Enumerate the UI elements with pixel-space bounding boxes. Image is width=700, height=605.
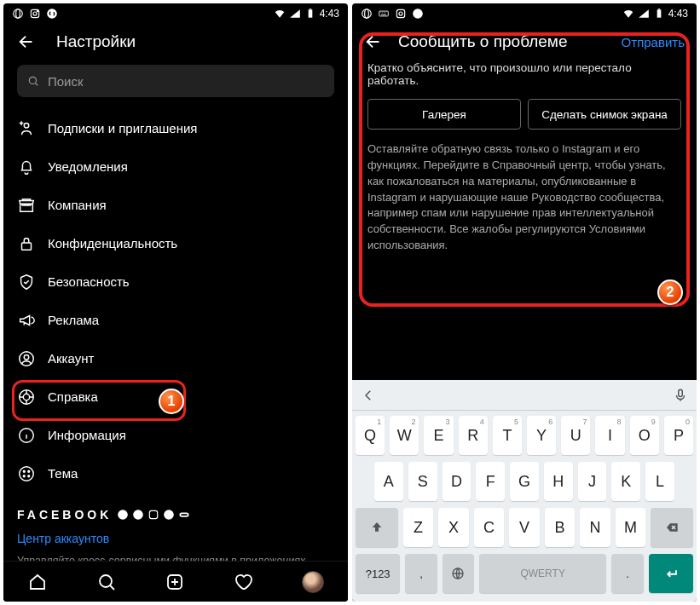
search-input[interactable]: Поиск (17, 65, 334, 97)
key-j[interactable]: J (578, 462, 607, 501)
mode-key[interactable]: ?123 (356, 554, 400, 593)
battery-icon (653, 8, 665, 20)
menu-item-privacy[interactable]: Конфиденциальность (17, 224, 334, 262)
wifi-icon (622, 8, 634, 20)
gallery-button[interactable]: Галерея (367, 99, 521, 130)
key-x[interactable]: X (438, 508, 469, 547)
key-v[interactable]: V (509, 508, 540, 547)
svg-rect-34 (657, 9, 661, 17)
svg-point-28 (362, 9, 372, 19)
key-o[interactable]: O9 (630, 416, 659, 455)
page-title: Настройки (56, 32, 136, 51)
key-i[interactable]: I8 (595, 416, 624, 455)
key-z[interactable]: Z (403, 508, 434, 547)
svg-point-14 (23, 394, 29, 400)
svg-point-0 (14, 9, 23, 19)
heart-icon[interactable] (233, 572, 253, 592)
menu-item-follow[interactable]: Подписки и приглашения (17, 109, 334, 147)
back-icon[interactable] (17, 32, 36, 51)
svg-point-29 (365, 9, 369, 19)
screenshot-button[interactable]: Сделать снимок экрана (528, 99, 681, 130)
svg-point-21 (119, 510, 129, 520)
send-button[interactable]: Отправить (622, 35, 685, 49)
opera-icon (12, 8, 24, 20)
svg-point-18 (28, 470, 30, 472)
key-r[interactable]: R4 (459, 416, 488, 455)
lang-key[interactable] (443, 554, 474, 593)
svg-rect-23 (150, 510, 158, 518)
shift-key[interactable] (356, 508, 398, 547)
messenger-icon (132, 509, 144, 521)
wifi-icon (274, 8, 286, 20)
mic-icon[interactable] (673, 388, 688, 403)
opera-icon (361, 8, 373, 20)
fb-icon (117, 509, 129, 521)
keyboard-status-icon (378, 8, 390, 20)
search-nav-icon[interactable] (96, 572, 117, 592)
soft-keyboard[interactable]: Q1 W2 E3 R4 T5 Y6 U7 I8 O9 P0 A S D F G … (352, 380, 697, 602)
home-icon[interactable] (27, 572, 48, 592)
whatsapp-icon (163, 509, 175, 521)
key-t[interactable]: T5 (493, 416, 522, 455)
menu-item-account[interactable]: Аккаунт (17, 339, 334, 377)
storefront-icon (17, 196, 36, 215)
key-k[interactable]: K (611, 462, 640, 501)
key-q[interactable]: Q1 (356, 416, 385, 455)
phone-left: 4:43 Настройки Поиск Подписки и приглаше… (3, 3, 348, 602)
step-badge-1: 1 (159, 389, 184, 414)
menu-item-theme[interactable]: Тема (17, 454, 334, 493)
comma-key[interactable]: , (405, 554, 437, 593)
back-icon[interactable] (364, 32, 383, 51)
signal-icon (289, 8, 301, 20)
svg-point-19 (23, 475, 25, 476)
svg-point-17 (23, 470, 25, 472)
key-y[interactable]: Y6 (527, 416, 556, 455)
key-row-2: A S D F G H J K L (356, 462, 693, 501)
key-f[interactable]: F (476, 462, 505, 501)
key-n[interactable]: N (580, 508, 610, 547)
menu-item-security[interactable]: Безопасность (17, 262, 334, 301)
header: Настройки (3, 24, 348, 61)
svg-rect-25 (181, 513, 188, 516)
key-d[interactable]: D (443, 462, 471, 501)
key-b[interactable]: B (545, 508, 576, 547)
megaphone-icon (17, 311, 36, 330)
key-e[interactable]: E3 (424, 416, 453, 455)
signal-icon (638, 8, 650, 20)
profile-avatar[interactable] (302, 571, 324, 593)
menu-item-notifications[interactable]: Уведомления (17, 147, 334, 186)
period-key[interactable]: . (611, 554, 643, 593)
menu-item-business[interactable]: Компания (17, 186, 334, 224)
svg-rect-30 (379, 11, 389, 16)
menu-label: Тема (48, 466, 78, 481)
key-p[interactable]: P0 (664, 416, 693, 455)
key-g[interactable]: G (510, 462, 539, 501)
instagram-icon (395, 8, 407, 20)
key-row-4: ?123 , QWERTY . (356, 554, 693, 593)
menu-item-about[interactable]: Информация (17, 416, 334, 454)
shazam-icon (412, 8, 424, 20)
chevron-left-icon[interactable] (361, 388, 376, 403)
space-key[interactable]: QWERTY (479, 554, 606, 593)
menu-label: Аккаунт (48, 351, 94, 366)
menu-item-ads[interactable]: Реклама (17, 301, 334, 339)
backspace-key[interactable] (651, 508, 693, 547)
key-w[interactable]: W2 (390, 416, 419, 455)
fineprint-text: Оставляйте обратную связь только о Insta… (367, 141, 681, 254)
key-a[interactable]: A (374, 462, 403, 501)
status-bar: 4:43 (3, 3, 348, 24)
key-h[interactable]: H (544, 462, 573, 501)
svg-point-26 (100, 575, 112, 587)
key-m[interactable]: M (616, 508, 646, 547)
enter-key[interactable] (649, 554, 693, 593)
key-s[interactable]: S (408, 462, 437, 501)
key-c[interactable]: C (474, 508, 505, 547)
key-u[interactable]: U7 (561, 416, 590, 455)
account-center-link[interactable]: Центр аккаунтов (3, 527, 348, 550)
menu-label: Справка (48, 389, 98, 404)
phone-right: 4:43 Сообщить о проблеме Отправить Кратк… (352, 3, 697, 602)
svg-point-33 (413, 9, 423, 19)
key-l[interactable]: L (645, 462, 674, 501)
step-badge-2: 2 (657, 279, 683, 305)
add-post-icon[interactable] (165, 572, 185, 592)
